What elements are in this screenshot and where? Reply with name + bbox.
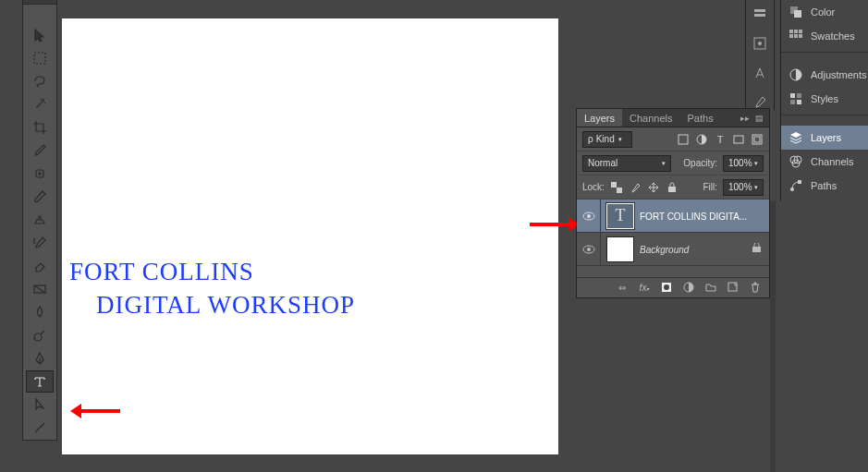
path-selection-tool[interactable] — [26, 393, 54, 416]
lock-all-icon[interactable] — [666, 181, 679, 194]
dock-item-swatches[interactable]: Swatches — [781, 24, 868, 48]
color-icon — [789, 5, 803, 19]
filter-shape-icon[interactable] — [732, 133, 745, 146]
svg-rect-38 — [790, 93, 795, 98]
link-layers-icon[interactable]: ⇔ — [616, 283, 629, 293]
panel-menu-icon[interactable]: ▤ — [755, 114, 764, 123]
svg-rect-28 — [728, 283, 737, 291]
dock-item-color[interactable]: Color — [781, 0, 868, 24]
clone-stamp-tool[interactable] — [26, 209, 54, 231]
layers-blend-row: Normal▾ Opacity: 100%▾ — [577, 151, 769, 175]
svg-rect-14 — [734, 136, 743, 143]
fill-input[interactable]: 100%▾ — [723, 179, 764, 196]
canvas-text-line2[interactable]: DIGITAL WORKSHOP — [96, 291, 355, 320]
lock-pixels-icon[interactable] — [629, 181, 642, 194]
layer-name[interactable]: Background — [640, 245, 689, 255]
right-dock: Color Swatches Adjustments Styles Layers… — [780, 0, 868, 201]
adjustment-layer-icon[interactable] — [682, 282, 695, 295]
healing-brush-tool[interactable] — [26, 163, 54, 185]
swatches-icon — [789, 29, 803, 43]
svg-point-11 — [758, 42, 762, 45]
blend-mode-select[interactable]: Normal▾ — [582, 155, 671, 172]
layers-panel: Layers Channels Paths ▸▸ ▤ ρKind▾ T Norm… — [576, 108, 770, 298]
dock-item-paths[interactable]: Paths — [781, 174, 868, 198]
svg-rect-16 — [754, 137, 760, 142]
svg-rect-9 — [754, 14, 765, 17]
character-panel-icon[interactable] — [752, 65, 768, 81]
svg-rect-46 — [798, 180, 801, 184]
new-layer-icon[interactable] — [727, 282, 740, 295]
filter-smart-icon[interactable] — [751, 133, 764, 146]
canvas-text-line1[interactable]: FORT COLLINS — [69, 258, 254, 286]
layer-mask-icon[interactable] — [660, 282, 673, 295]
magic-wand-tool[interactable] — [26, 93, 54, 115]
layer-group-icon[interactable] — [704, 282, 717, 295]
svg-rect-34 — [789, 34, 793, 38]
layer-visibility-toggle[interactable] — [577, 200, 601, 232]
panel-collapse-icon[interactable]: ▸▸ — [740, 114, 750, 123]
layer-visibility-toggle[interactable] — [577, 233, 601, 265]
svg-rect-35 — [794, 34, 798, 38]
properties-panel-icon[interactable] — [752, 35, 768, 52]
brush-tool[interactable] — [26, 186, 54, 208]
svg-rect-31 — [789, 30, 793, 33]
crop-tool[interactable] — [26, 116, 54, 139]
svg-rect-30 — [794, 10, 801, 18]
dock-item-styles[interactable]: Styles — [781, 87, 868, 111]
delete-layer-icon[interactable] — [749, 282, 762, 295]
move-tool[interactable] — [26, 24, 54, 46]
svg-rect-0 — [34, 53, 45, 64]
filter-pixel-icon[interactable] — [677, 133, 690, 146]
blur-tool[interactable] — [26, 301, 54, 323]
lock-transparent-icon[interactable] — [610, 181, 623, 194]
type-tool[interactable] — [26, 370, 54, 393]
layers-lock-row: Lock: Fill: 100%▾ — [577, 175, 769, 200]
tab-channels[interactable]: Channels — [622, 109, 679, 127]
svg-rect-40 — [790, 100, 795, 104]
pen-tool[interactable] — [26, 347, 54, 369]
dock-item-layers[interactable]: Layers — [781, 126, 868, 150]
layer-kind-filter[interactable]: ρKind▾ — [582, 131, 632, 148]
layer-thumbnail-type-icon: T — [606, 203, 634, 229]
layers-panel-tabs: Layers Channels Paths ▸▸ ▤ — [577, 109, 769, 127]
layer-item-background[interactable]: Background — [577, 233, 769, 266]
eyedropper-tool[interactable] — [26, 139, 54, 162]
styles-icon — [789, 91, 803, 106]
svg-point-3 — [34, 333, 42, 341]
opacity-input[interactable]: 100%▾ — [723, 155, 764, 172]
layers-icon — [789, 130, 803, 145]
layer-list: T FORT COLLINS DIGITA... Background — [577, 200, 769, 266]
svg-rect-19 — [668, 187, 676, 192]
svg-rect-33 — [799, 30, 802, 33]
line-tool[interactable] — [26, 417, 54, 439]
sidebar-divider — [770, 201, 776, 472]
document-canvas[interactable]: FORT COLLINS DIGITAL WORKSHOP — [62, 18, 558, 454]
filter-adjustment-icon[interactable] — [695, 133, 708, 146]
paths-icon — [789, 178, 803, 193]
layer-fx-icon[interactable]: fx▾ — [638, 283, 651, 293]
eraser-tool[interactable] — [26, 255, 54, 277]
lock-position-icon[interactable] — [647, 181, 660, 194]
dock-item-channels[interactable]: Channels — [781, 150, 868, 174]
layer-name[interactable]: FORT COLLINS DIGITA... — [640, 212, 747, 222]
svg-rect-24 — [752, 247, 761, 252]
opacity-label: Opacity: — [683, 158, 717, 168]
dock-item-adjustments[interactable]: Adjustments — [781, 63, 868, 87]
lock-icon — [752, 243, 762, 255]
tab-paths[interactable]: Paths — [680, 109, 721, 127]
tools-toolbar — [22, 4, 57, 441]
layer-item-text[interactable]: T FORT COLLINS DIGITA... — [577, 200, 769, 233]
marquee-tool[interactable] — [26, 47, 54, 69]
layer-thumbnail — [606, 236, 634, 262]
svg-rect-41 — [797, 100, 801, 104]
lasso-tool[interactable] — [26, 70, 54, 92]
fill-label: Fill: — [703, 182, 717, 192]
filter-type-icon[interactable]: T — [714, 133, 727, 146]
tab-layers[interactable]: Layers — [577, 109, 622, 127]
layers-panel-footer: ⇔ fx▾ — [577, 277, 769, 297]
history-panel-icon[interactable] — [752, 6, 768, 22]
history-brush-tool[interactable] — [26, 232, 54, 254]
dodge-tool[interactable] — [26, 324, 54, 346]
svg-rect-17 — [611, 182, 617, 188]
gradient-tool[interactable] — [26, 278, 54, 300]
